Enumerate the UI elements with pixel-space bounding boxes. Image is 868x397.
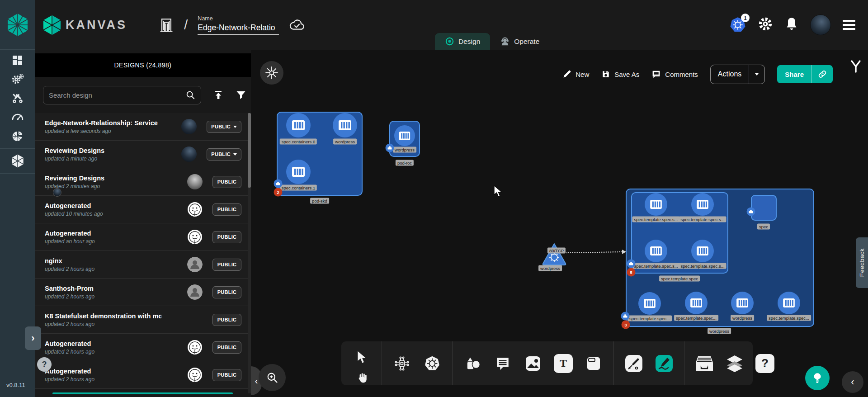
shapes-tool-button[interactable] (462, 353, 483, 374)
node-spec[interactable] (751, 195, 777, 221)
container-node[interactable] (286, 113, 311, 137)
visibility-button[interactable]: PUBLIC (212, 369, 241, 381)
designs-scrollbar-thumb[interactable] (248, 113, 251, 188)
actions-dropdown-toggle[interactable] (749, 65, 764, 84)
pan-tool-button[interactable] (352, 368, 373, 388)
container-node[interactable] (778, 292, 800, 314)
group-label: pod-skd (310, 198, 329, 204)
sidebar-expand-button[interactable]: › (25, 326, 41, 350)
visibility-button[interactable]: PUBLIC (212, 314, 241, 326)
error-badge[interactable]: 2 (274, 188, 283, 197)
layers-tool-button[interactable] (724, 353, 745, 374)
settings-button[interactable] (758, 16, 773, 33)
history-branch-icon[interactable] (850, 60, 862, 75)
zoom-in-button[interactable] (259, 364, 286, 391)
kubernetes-tool-button[interactable] (422, 353, 443, 374)
filter-icon[interactable] (236, 90, 246, 100)
error-count: 5 (630, 270, 632, 274)
error-badge[interactable]: 3 (622, 321, 630, 329)
new-button[interactable]: New (562, 70, 589, 79)
notifications-button[interactable] (785, 17, 798, 33)
pod-badge-icon[interactable] (386, 144, 394, 152)
import-design-icon[interactable] (213, 90, 224, 100)
sidebar-item-kanvas[interactable] (0, 151, 35, 170)
save-icon (601, 70, 610, 79)
sidebar-item-lifecycle[interactable] (0, 70, 35, 89)
k8s-context-switcher[interactable]: 1 (730, 17, 746, 33)
service-node[interactable] (541, 242, 567, 268)
container-node[interactable] (685, 292, 708, 314)
actions-split-button[interactable]: Actions (710, 65, 765, 84)
container-node[interactable] (333, 113, 357, 137)
container-node[interactable] (691, 193, 714, 216)
visibility-button[interactable]: PUBLIC (207, 148, 241, 161)
user-avatar[interactable] (810, 14, 831, 35)
canvas[interactable]: New Save As Comments Actions (251, 50, 868, 397)
container-node[interactable] (394, 125, 415, 146)
design-list-item[interactable]: Reviewing Designs updated a minute ago P… (35, 141, 248, 168)
tab-design[interactable]: Design (435, 33, 490, 50)
pod-badge-icon[interactable] (274, 180, 283, 188)
help-tool-button[interactable]: ? (755, 353, 775, 374)
help-button[interactable]: ? (37, 357, 52, 372)
edge-tool-button[interactable] (623, 353, 644, 374)
design-list-item[interactable]: Edge-Network-Relationship: Service updat… (35, 113, 248, 141)
error-badge[interactable]: 5 (627, 268, 636, 277)
visibility-button[interactable]: PUBLIC (212, 286, 241, 298)
visibility-button[interactable]: PUBLIC (212, 231, 241, 243)
text-tool-button[interactable]: T (553, 353, 574, 374)
visibility-button[interactable]: PUBLIC (212, 203, 241, 216)
design-list-item[interactable]: K8 Statefulset demonstration with mo upd… (35, 306, 248, 334)
design-list-item[interactable]: Autogenerated updated 10 minutes ago PUB… (35, 196, 248, 223)
visibility-button[interactable]: PUBLIC (212, 259, 241, 271)
note-tool-button[interactable] (583, 353, 604, 374)
pod-badge-icon[interactable] (627, 260, 636, 268)
pod-badge-icon[interactable] (747, 208, 755, 216)
drawer-tool-button[interactable] (694, 353, 715, 374)
share-split-button[interactable]: Share (777, 65, 833, 83)
designs-horizontal-scrollbar[interactable] (52, 392, 233, 394)
kanvas-logo-icon[interactable] (43, 15, 61, 35)
canvas-menu-button[interactable] (260, 61, 283, 85)
feedback-tab[interactable]: Feedback (856, 237, 868, 288)
copy-link-button[interactable] (811, 65, 833, 83)
design-list-item[interactable]: Autogenerated updated 2 hours ago PUBLIC (35, 361, 248, 389)
select-tool-button[interactable] (352, 347, 373, 368)
gears-icon (11, 73, 24, 85)
comment-tool-button[interactable] (492, 353, 513, 374)
collapse-right-button[interactable]: ‹ (842, 371, 863, 393)
design-list-item[interactable]: Autogenerated updated an hour ago PUBLIC (35, 223, 248, 251)
container-node[interactable] (691, 240, 714, 262)
container-node[interactable] (286, 160, 311, 184)
visibility-button[interactable]: PUBLIC (207, 121, 241, 133)
design-list-item[interactable]: Reviewing Designs updated 2 minutes ago … (35, 168, 248, 196)
sidebar-item-configuration[interactable] (0, 89, 35, 108)
menu-button[interactable] (843, 20, 855, 30)
tab-operate[interactable]: Operate (490, 33, 549, 50)
freehand-draw-tool-button[interactable] (654, 353, 675, 374)
design-list-item[interactable]: nginx updated 2 hours ago PUBLIC (35, 251, 248, 279)
image-tool-button[interactable] (523, 353, 543, 374)
pod-badge-icon[interactable] (621, 312, 630, 321)
design-list-item[interactable]: Santhosh-Prom updated 2 hours ago PUBLIC (35, 279, 248, 306)
organization-icon[interactable] (159, 17, 174, 33)
sidebar-item-dashboard[interactable] (0, 51, 35, 70)
save-as-button[interactable]: Save As (601, 70, 639, 79)
sidebar-item-performance[interactable] (0, 108, 35, 127)
comments-button[interactable]: Comments (651, 70, 698, 79)
meshery-logo[interactable] (0, 0, 35, 50)
container-node[interactable] (638, 292, 661, 315)
visibility-button[interactable]: PUBLIC (212, 176, 241, 188)
container-node[interactable] (731, 292, 754, 314)
sidebar-item-extensions[interactable] (0, 127, 35, 146)
validate-deploy-button[interactable] (805, 366, 830, 390)
container-node[interactable] (645, 193, 667, 216)
visibility-button[interactable]: PUBLIC (212, 341, 241, 354)
search-box[interactable] (43, 86, 201, 104)
container-node[interactable] (645, 240, 667, 262)
service-edge[interactable] (566, 251, 625, 253)
design-list-item[interactable]: Autogenerated updated 2 hours ago PUBLIC (35, 334, 248, 361)
components-tool-button[interactable] (392, 353, 412, 374)
search-input[interactable] (49, 91, 185, 99)
design-name-input[interactable] (198, 23, 279, 35)
